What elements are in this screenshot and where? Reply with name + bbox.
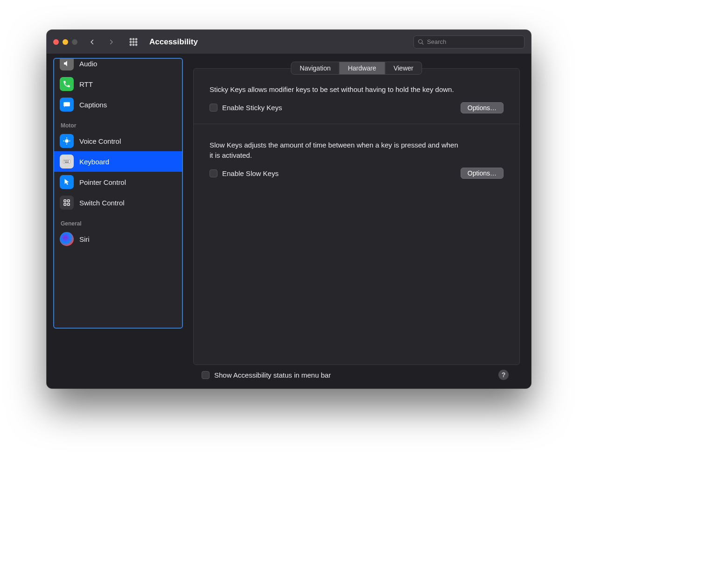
voice-control-icon: [60, 134, 74, 148]
enable-sticky-keys-checkbox[interactable]: Enable Sticky Keys: [210, 104, 282, 112]
minimize-button[interactable]: [63, 39, 68, 45]
checkbox-label: Enable Slow Keys: [222, 169, 279, 177]
svg-rect-20: [64, 204, 66, 206]
sidebar-group-general: General: [54, 213, 182, 229]
sticky-keys-options-button[interactable]: Options…: [461, 102, 504, 113]
svg-rect-16: [68, 161, 69, 162]
sidebar-item-label: Audio: [79, 60, 97, 68]
svg-point-7: [133, 44, 134, 45]
checkbox-label: Show Accessibility status in menu bar: [214, 371, 331, 379]
tab-viewer[interactable]: Viewer: [385, 62, 422, 74]
forward-button: [105, 35, 118, 49]
svg-rect-11: [63, 160, 70, 163]
show-status-checkbox[interactable]: Show Accessibility status in menu bar: [202, 371, 331, 379]
checkbox-box: [210, 104, 217, 112]
toolbar: Accessibility: [47, 30, 531, 54]
svg-rect-14: [66, 161, 67, 162]
window-body: Audio RTT Captions Motor: [47, 54, 531, 388]
sidebar-item-label: Pointer Control: [79, 178, 126, 186]
audio-icon: [60, 58, 74, 70]
sidebar-item-label: Switch Control: [79, 199, 125, 207]
svg-point-2: [136, 38, 137, 40]
svg-rect-18: [64, 200, 66, 202]
enable-slow-keys-checkbox[interactable]: Enable Slow Keys: [210, 169, 279, 177]
svg-rect-12: [64, 161, 65, 162]
main-content: Navigation Hardware Viewer Sticky Keys a…: [187, 54, 531, 388]
svg-point-4: [133, 41, 134, 42]
svg-rect-13: [65, 161, 66, 162]
search-icon: [418, 39, 424, 45]
sidebar-item-label: Captions: [79, 101, 107, 109]
close-button[interactable]: [53, 39, 59, 45]
svg-point-3: [130, 41, 132, 42]
sidebar-item-siri[interactable]: Siri: [54, 229, 182, 249]
sticky-keys-section: Sticky Keys allows modifier keys to be s…: [194, 69, 519, 124]
show-all-button[interactable]: [127, 35, 140, 49]
sidebar-item-captions[interactable]: Captions: [54, 94, 182, 115]
sidebar-group-motor: Motor: [54, 115, 182, 131]
tab-bar: Navigation Hardware Viewer: [291, 62, 422, 75]
checkbox-label: Enable Sticky Keys: [222, 104, 282, 112]
search-field[interactable]: [413, 35, 525, 49]
window-controls: [53, 39, 77, 45]
svg-point-8: [136, 44, 137, 45]
svg-rect-19: [68, 200, 70, 202]
tab-navigation[interactable]: Navigation: [291, 62, 339, 74]
svg-rect-9: [63, 102, 70, 106]
settings-panel: Navigation Hardware Viewer Sticky Keys a…: [193, 68, 520, 365]
search-input[interactable]: [427, 38, 520, 45]
tab-hardware[interactable]: Hardware: [339, 62, 385, 74]
sticky-keys-description: Sticky Keys allows modifier keys to be s…: [210, 84, 462, 95]
slow-keys-description: Slow Keys adjusts the amount of time bet…: [210, 140, 462, 161]
pointer-control-icon: [60, 175, 74, 189]
sidebar-container: Audio RTT Captions Motor: [47, 54, 187, 388]
checkbox-box: [202, 371, 210, 379]
sidebar-item-label: Siri: [79, 235, 90, 243]
sidebar-item-keyboard[interactable]: Keyboard: [54, 151, 182, 172]
system-preferences-window: Accessibility Audio RTT: [47, 30, 531, 388]
sidebar[interactable]: Audio RTT Captions Motor: [53, 58, 183, 329]
back-button[interactable]: [86, 35, 99, 49]
svg-point-6: [130, 44, 132, 45]
siri-icon: [60, 232, 74, 246]
svg-point-5: [136, 41, 137, 42]
help-button[interactable]: ?: [498, 370, 509, 380]
svg-point-1: [133, 38, 134, 40]
zoom-button: [72, 39, 77, 45]
sidebar-item-label: Voice Control: [79, 137, 121, 145]
window-title: Accessibility: [149, 37, 198, 47]
sidebar-item-voice-control[interactable]: Voice Control: [54, 131, 182, 151]
svg-point-0: [130, 38, 132, 40]
sidebar-item-label: RTT: [79, 80, 93, 88]
slow-keys-section: Slow Keys adjusts the amount of time bet…: [194, 124, 519, 190]
svg-rect-17: [65, 162, 69, 163]
svg-rect-21: [68, 204, 70, 206]
sidebar-item-switch-control[interactable]: Switch Control: [54, 192, 182, 213]
sidebar-item-rtt[interactable]: RTT: [54, 74, 182, 94]
slow-keys-options-button[interactable]: Options…: [461, 168, 504, 179]
rtt-icon: [60, 77, 74, 91]
svg-rect-15: [67, 161, 68, 162]
captions-icon: [60, 98, 74, 112]
sidebar-item-label: Keyboard: [79, 158, 109, 166]
sidebar-item-audio[interactable]: Audio: [54, 58, 182, 74]
keyboard-icon: [60, 155, 74, 169]
switch-control-icon: [60, 196, 74, 210]
checkbox-box: [210, 169, 217, 177]
sidebar-item-pointer-control[interactable]: Pointer Control: [54, 172, 182, 192]
svg-point-10: [65, 139, 69, 143]
footer: Show Accessibility status in menu bar ?: [193, 365, 520, 382]
